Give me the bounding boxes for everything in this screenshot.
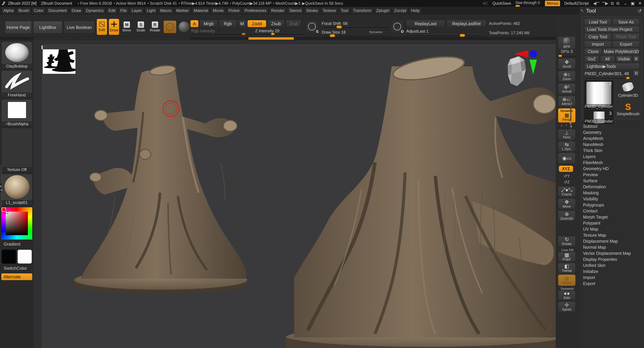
persp-button[interactable]: Dynamic ▦ Persp bbox=[558, 108, 576, 123]
tool-section[interactable]: Vector Displacement Map bbox=[579, 250, 644, 256]
menu-item[interactable]: Zplugin bbox=[374, 8, 392, 14]
load-tool-button[interactable]: Load Tool bbox=[584, 19, 611, 25]
tool-section[interactable]: Preview bbox=[579, 172, 644, 178]
mrgb-button[interactable]: Mrgb bbox=[200, 20, 218, 27]
menu-item[interactable]: Draw bbox=[70, 8, 83, 14]
current-stroke-tile[interactable]: FreeHand bbox=[1, 71, 32, 98]
menu-item[interactable]: Transform bbox=[351, 8, 373, 14]
panel-back-icon[interactable]: ↖ bbox=[580, 8, 584, 13]
solo-button[interactable]: ●●Solo bbox=[558, 290, 576, 300]
z-intensity-slider[interactable] bbox=[250, 34, 303, 35]
zoom-button[interactable]: ⊕↕Zoom bbox=[558, 71, 576, 82]
rgb-button[interactable]: Rgb bbox=[219, 20, 237, 27]
store-camera-button[interactable]: ◉▭ bbox=[558, 153, 576, 164]
export-button[interactable]: Export bbox=[612, 41, 640, 47]
aahalf-button[interactable]: ⊕▭AAHalf bbox=[558, 96, 576, 107]
minimize-icon[interactable]: ⌄ bbox=[624, 1, 627, 6]
menu-item[interactable]: File bbox=[118, 8, 129, 14]
menu-item[interactable]: Layer bbox=[130, 8, 144, 14]
menu-item[interactable]: Light bbox=[144, 8, 157, 14]
import-button[interactable]: Import bbox=[584, 41, 611, 47]
tool-section[interactable]: Texture Map bbox=[579, 232, 644, 238]
menu-item[interactable]: Picker bbox=[226, 8, 242, 14]
tool-section[interactable]: Initialize bbox=[579, 268, 644, 274]
menu-item[interactable]: Render bbox=[269, 8, 286, 14]
transparency-button[interactable]: ◧Transp bbox=[558, 263, 576, 273]
sculpt-canvas[interactable] bbox=[34, 40, 556, 348]
floor-axes-toggle[interactable]: X Y Z bbox=[556, 124, 578, 127]
tool-section[interactable]: Polygroups bbox=[579, 202, 644, 208]
polyframe-button[interactable]: ▦PolyF bbox=[558, 252, 576, 262]
material-sphere-icon[interactable] bbox=[179, 22, 189, 32]
rgb-intensity-slider[interactable] bbox=[192, 34, 248, 35]
move-button[interactable]: MMove bbox=[121, 22, 132, 32]
current-alpha-tile[interactable]: ~BrushAlpha bbox=[1, 99, 32, 127]
tool-section[interactable]: Subtool bbox=[579, 123, 644, 129]
scroll-button[interactable]: ✥Scroll bbox=[558, 59, 576, 70]
bpr-button[interactable]: BPR bbox=[558, 37, 576, 49]
goz-button[interactable]: GoZ bbox=[584, 56, 599, 62]
menu-item[interactable]: Texture bbox=[321, 8, 338, 14]
tool-section[interactable]: Unified Skin bbox=[579, 262, 644, 268]
panel-reset-icon[interactable]: ↺ bbox=[638, 8, 642, 14]
shelf-toggle-icons[interactable]: ◀''''''''▶⧉⧉ bbox=[593, 1, 619, 6]
tool-section[interactable]: FiberMesh bbox=[579, 160, 644, 166]
see-through-slider[interactable] bbox=[516, 6, 540, 7]
tool-section[interactable]: Export bbox=[579, 280, 644, 286]
tool-section[interactable]: Morph Target bbox=[579, 214, 644, 220]
secondary-color-swatch[interactable] bbox=[18, 250, 32, 264]
actual-button[interactable]: ⊕¹Actual bbox=[558, 83, 576, 94]
tool-section[interactable]: Masking bbox=[579, 190, 644, 196]
scale-button[interactable]: SScale bbox=[135, 22, 146, 32]
tool-section[interactable]: Polypaint bbox=[579, 220, 644, 226]
tool-section[interactable]: UV Map bbox=[579, 226, 644, 232]
quick-pick-simplebrush[interactable]: S SimpleBrush bbox=[616, 99, 640, 116]
tool-section[interactable]: Visibility bbox=[579, 196, 644, 202]
see-through-control[interactable]: See-through 0 bbox=[516, 1, 540, 7]
live-boolean-button[interactable]: Live Boolean bbox=[64, 21, 95, 34]
rotate-z-button[interactable]: ↺Z bbox=[556, 180, 578, 184]
menu-item[interactable]: Stroke bbox=[304, 8, 320, 14]
zsub-button[interactable]: Zsub bbox=[268, 20, 284, 27]
focal-shift-slider[interactable] bbox=[322, 27, 388, 27]
tool-section[interactable]: Layers bbox=[579, 154, 644, 160]
goz-r-button[interactable]: R bbox=[633, 56, 640, 62]
tool-section[interactable]: Surface bbox=[579, 178, 644, 184]
ghost-button[interactable]: ◍Ghost bbox=[558, 274, 576, 286]
zoom3d-button[interactable]: ⊕Zoom3D bbox=[558, 211, 576, 221]
lightbox-tools-button[interactable]: Lightbox▶Tools bbox=[584, 63, 640, 70]
sculptris-pro-button[interactable] bbox=[164, 21, 176, 33]
menu-item[interactable]: Marker bbox=[174, 8, 191, 14]
copy-tool-button[interactable]: Copy Tool bbox=[584, 34, 611, 40]
goz-all-button[interactable]: All bbox=[600, 56, 614, 62]
tool-section[interactable]: Thick Skin bbox=[579, 147, 644, 154]
rotate-y-button[interactable]: ↺Y bbox=[556, 174, 578, 178]
home-page-button[interactable]: Home Page bbox=[5, 21, 32, 34]
stroke-s-button[interactable]: S bbox=[306, 21, 318, 33]
menu-item[interactable]: Alpha bbox=[1, 8, 16, 14]
quick-pick-cylinder3d[interactable]: Cylinder3D bbox=[616, 80, 640, 98]
zadd-button[interactable]: Zadd bbox=[248, 20, 266, 27]
rotate-xyz-button[interactable]: XYZ bbox=[559, 166, 573, 172]
load-tools-from-project-button[interactable]: Load Tools From Project bbox=[584, 26, 640, 33]
menu-item[interactable]: Brush bbox=[16, 8, 31, 14]
left-tray-resize-handle[interactable]: ▶◀ bbox=[0, 164, 2, 215]
default-zscript-button[interactable]: DefaultZScript bbox=[564, 1, 589, 6]
tool-section[interactable]: Displacement Map bbox=[579, 238, 644, 244]
make-polymesh3d-button[interactable]: Make PolyMesh3D bbox=[603, 48, 640, 55]
stroke-d-button[interactable]: D bbox=[391, 21, 403, 33]
gradient-button[interactable]: Gradient bbox=[1, 241, 32, 247]
menu-item[interactable]: Color bbox=[32, 8, 46, 14]
tool-section[interactable]: Display Properties bbox=[579, 256, 644, 262]
active-tool-thumbnail[interactable]: 3 PM3D_Cylinder3 bbox=[584, 80, 613, 109]
rotate-button[interactable]: RRotate bbox=[150, 22, 160, 32]
floor-button[interactable]: ⊥Floor bbox=[558, 129, 576, 140]
frame-button[interactable]: ⤢●⤡Frame bbox=[558, 186, 576, 197]
tool-section[interactable]: Geometry bbox=[579, 129, 644, 135]
rotate-3d-button[interactable]: ↻Rotate bbox=[558, 236, 576, 247]
saturation-square[interactable] bbox=[6, 212, 28, 235]
local-symmetry-button[interactable]: ⇆L.Sym bbox=[558, 141, 576, 152]
right-tray-resize-handle[interactable]: ▶◀ bbox=[570, 95, 572, 155]
color-picker[interactable] bbox=[1, 207, 32, 239]
replay-last-rel-button[interactable]: ReplayLastRel bbox=[446, 20, 486, 27]
